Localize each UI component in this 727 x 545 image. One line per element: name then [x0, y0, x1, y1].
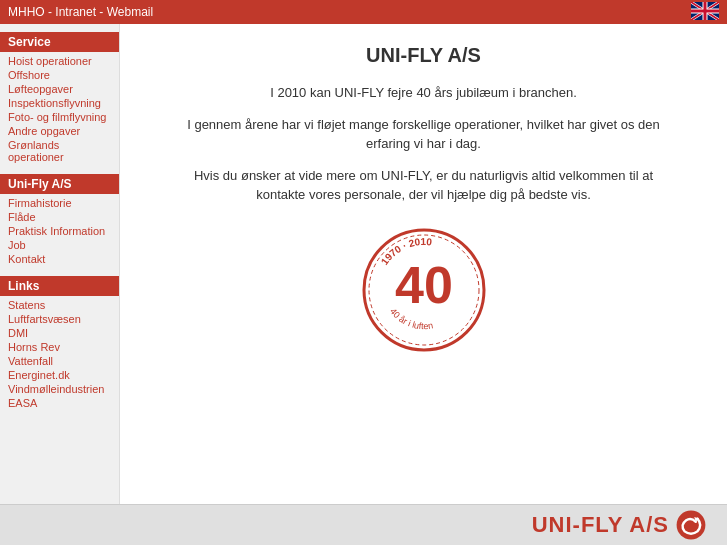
- sidebar-link-vindmolle[interactable]: Vindmølleindustrien: [0, 382, 119, 396]
- sidebar-header-unifly: Uni-Fly A/S: [0, 174, 119, 194]
- sidebar-link-job[interactable]: Job: [0, 238, 119, 252]
- sidebar-section-service: Service Hoist operationer Offshore Løfte…: [0, 32, 119, 164]
- topbar: MHHO - Intranet - Webmail: [0, 0, 727, 24]
- content-paragraph-3: Hvis du ønsker at vide mere om UNI-FLY, …: [184, 166, 664, 205]
- footer-logo: UNI-FLY A/S: [532, 509, 707, 541]
- sidebar-spacer-1: [0, 164, 119, 174]
- main-content: UNI-FLY A/S I 2010 kan UNI-FLY fejre 40 …: [120, 24, 727, 504]
- sidebar-link-luftfart[interactable]: Luftfartsvæsen: [0, 312, 119, 326]
- sidebar-section-links: Links Statens Luftfartsvæsen DMI Horns R…: [0, 276, 119, 410]
- sidebar-link-firmahistorie[interactable]: Firmahistorie: [0, 196, 119, 210]
- sidebar-link-hornsrev[interactable]: Horns Rev: [0, 340, 119, 354]
- main-layout: Service Hoist operationer Offshore Løfte…: [0, 24, 727, 504]
- uk-flag-icon[interactable]: [691, 2, 719, 23]
- sidebar-link-hoist[interactable]: Hoist operationer: [0, 54, 119, 68]
- sidebar-link-statens[interactable]: Statens: [0, 298, 119, 312]
- anniversary-logo: 1970 · 2010 40 40 år i luften: [359, 225, 489, 355]
- sidebar-link-dmi[interactable]: DMI: [0, 326, 119, 340]
- footer-logo-icon: [675, 509, 707, 541]
- content-paragraph-2: I gennem årene har vi fløjet mange forsk…: [184, 115, 664, 154]
- footer: UNI-FLY A/S: [0, 504, 727, 545]
- sidebar-header-links: Links: [0, 276, 119, 296]
- footer-logo-text: UNI-FLY A/S: [532, 512, 669, 538]
- page-title: UNI-FLY A/S: [366, 44, 481, 67]
- sidebar-link-inspektion[interactable]: Inspektionsflyvning: [0, 96, 119, 110]
- svg-text:40: 40: [395, 256, 453, 314]
- sidebar-link-vattenfall[interactable]: Vattenfall: [0, 354, 119, 368]
- sidebar: Service Hoist operationer Offshore Løfte…: [0, 24, 120, 504]
- sidebar-spacer-2: [0, 266, 119, 276]
- sidebar-link-lofteopgaver[interactable]: Løfteopgaver: [0, 82, 119, 96]
- sidebar-header-service: Service: [0, 32, 119, 52]
- sidebar-section-unifly: Uni-Fly A/S Firmahistorie Flåde Praktisk…: [0, 174, 119, 266]
- topbar-title: MHHO - Intranet - Webmail: [8, 5, 153, 19]
- sidebar-link-praktisk[interactable]: Praktisk Information: [0, 224, 119, 238]
- sidebar-link-andre[interactable]: Andre opgaver: [0, 124, 119, 138]
- sidebar-link-energinet[interactable]: Energinet.dk: [0, 368, 119, 382]
- sidebar-link-offshore[interactable]: Offshore: [0, 68, 119, 82]
- sidebar-link-easa[interactable]: EASA: [0, 396, 119, 410]
- content-paragraph-1: I 2010 kan UNI-FLY fejre 40 års jubilæum…: [270, 83, 577, 103]
- sidebar-link-gronlands[interactable]: Grønlands operationer: [0, 138, 119, 164]
- sidebar-link-foto[interactable]: Foto- og filmflyvning: [0, 110, 119, 124]
- sidebar-link-flaade[interactable]: Flåde: [0, 210, 119, 224]
- sidebar-link-kontakt[interactable]: Kontakt: [0, 252, 119, 266]
